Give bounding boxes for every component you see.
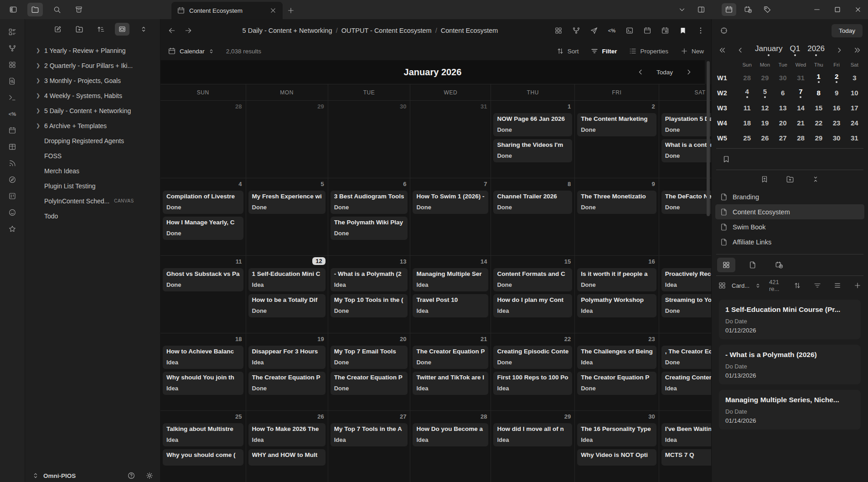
calendar-today-button[interactable]: Today: [656, 69, 673, 76]
calendar-event-card[interactable]: - What is a Polymath (2Idea: [331, 268, 408, 291]
next-year-icon[interactable]: [853, 46, 862, 54]
day-cell[interactable]: 13- What is a Polymath (2IdeaMy Top 10 T…: [328, 256, 411, 333]
calendar-event-card[interactable]: How did I move all of nIdea: [493, 423, 572, 446]
graph-view-icon[interactable]: [572, 26, 580, 35]
calendar-event-card[interactable]: How to Achieve BalancIdea: [163, 346, 243, 369]
calendar-event-card[interactable]: How to be a Totally DifDone: [248, 294, 326, 317]
tab-list-chevron-icon[interactable]: [674, 3, 690, 16]
calendar-event-card[interactable]: Disappear For 3 HoursIdea: [248, 346, 326, 369]
minical-day[interactable]: 29: [756, 70, 774, 85]
minical-month[interactable]: January: [755, 44, 782, 53]
sidebar-item[interactable]: Todo: [25, 208, 160, 223]
workspace-switcher[interactable]: Omni-PIOS: [25, 469, 160, 482]
day-cell[interactable]: 30: [328, 101, 411, 178]
minical-day[interactable]: 18: [738, 115, 756, 130]
panel-toggle-icon[interactable]: [5, 3, 21, 16]
calendar-event-card[interactable]: NOW Page 66 Jan 2026Done: [493, 113, 572, 136]
day-cell[interactable]: 23The Challenges of BeingIdeaThe Creator…: [575, 333, 659, 411]
help-icon[interactable]: [127, 472, 135, 480]
minical-day[interactable]: 28: [738, 70, 756, 85]
prev-month-small-icon[interactable]: [736, 46, 744, 54]
add-bookmark-folder-icon[interactable]: [786, 175, 794, 183]
calendar-event-card[interactable]: 3 Best Audiogram ToolsDone: [331, 191, 408, 214]
minical-day[interactable]: 8: [810, 85, 827, 100]
sidebar-item[interactable]: FOSS: [25, 148, 160, 163]
minical-day[interactable]: 28: [792, 130, 810, 145]
template-icon[interactable]: <%: [608, 26, 616, 35]
day-cell[interactable]: 29How did I move all of nIdea: [491, 411, 575, 482]
reminder-panel-tab[interactable]: [770, 258, 788, 272]
compass-icon[interactable]: [7, 175, 18, 184]
calendar-event-card[interactable]: WHY and HOW to Mult: [248, 449, 326, 466]
day-cell[interactable]: 7How To Swim 1 (2026) -Done: [410, 178, 491, 256]
minical-day[interactable]: 30: [774, 70, 792, 85]
minical-day[interactable]: 31: [846, 130, 863, 145]
day-cell[interactable]: 26How To Make 2026 TheIdeaWHY and HOW to…: [246, 411, 328, 482]
doc-calendar-icon[interactable]: [643, 26, 651, 35]
table-icon[interactable]: [7, 142, 18, 151]
calendar-event-card[interactable]: Why should You join thIdea: [163, 372, 243, 395]
calendar-event-card[interactable]: Twitter and TikTok are IIdea: [413, 372, 488, 395]
day-cell[interactable]: 11Ghost vs Substack vs PaDone: [160, 256, 246, 333]
collapse-all-icon[interactable]: [811, 175, 820, 183]
window-maximize-button[interactable]: [827, 0, 847, 19]
calendar-scrollbar[interactable]: [707, 61, 710, 216]
minical-day[interactable]: 23: [827, 115, 845, 130]
calendar-event-card[interactable]: Content Formats and CDone: [493, 268, 572, 291]
breadcrumb-segment[interactable]: 5 Daily - Content + Networking: [243, 27, 332, 34]
minical-day[interactable]: 4: [738, 85, 756, 100]
sort-button[interactable]: Sort: [556, 47, 579, 55]
calendar-event-card[interactable]: The Creator Equation PDone: [577, 372, 656, 395]
day-cell[interactable]: 19Disappear For 3 HoursIdeaThe Creator E…: [246, 333, 328, 411]
minical-title[interactable]: January Q1 2026: [744, 44, 835, 56]
day-cell[interactable]: 63 Best Audiogram ToolsDoneThe Polymath …: [328, 178, 411, 256]
prev-month-icon[interactable]: [636, 68, 645, 76]
calendar-event-card[interactable]: The Content MarketingDone: [577, 113, 656, 136]
calendar-event-card[interactable]: The 16 Personality TypeIdea: [577, 423, 656, 446]
next-month-icon[interactable]: [685, 68, 693, 76]
minical-day[interactable]: 30: [827, 130, 845, 145]
week-label[interactable]: W4: [717, 115, 738, 130]
filter-button[interactable]: Filter: [590, 47, 617, 55]
prev-year-icon[interactable]: [718, 46, 726, 54]
star-icon[interactable]: [7, 224, 18, 233]
calendar-event-card[interactable]: How To Swim 1 (2026) -Done: [413, 191, 488, 214]
properties-button[interactable]: Properties: [629, 47, 668, 55]
calendar-event-card[interactable]: Channel Trailer 2026Done: [493, 191, 572, 214]
calendar-event-card[interactable]: The Three MonetizatioDone: [577, 191, 656, 214]
minical-day[interactable]: 11: [738, 100, 756, 115]
window-minimize-button[interactable]: [806, 0, 827, 19]
calendar-event-card[interactable]: Talking about MultistreIdea: [163, 423, 243, 446]
day-cell[interactable]: 16Is it worth it if people aDonePolymath…: [575, 256, 659, 333]
minical-day[interactable]: 20: [774, 115, 792, 130]
minical-day[interactable]: 1: [810, 70, 827, 85]
minical-day[interactable]: 24: [846, 115, 863, 130]
focus-doc-icon[interactable]: [115, 23, 129, 36]
calendar-event-card[interactable]: My Fresh Experience wiDone: [248, 191, 326, 214]
next-month-small-icon[interactable]: [835, 46, 843, 54]
focus-today-icon[interactable]: [720, 26, 728, 35]
console-icon[interactable]: [625, 26, 634, 35]
doc-tree-icon[interactable]: [7, 27, 18, 36]
day-cell[interactable]: 25Talking about MultistreIdeaWhy you sho…: [160, 411, 246, 482]
bookmark-item[interactable]: Swim Book: [715, 219, 864, 234]
vcs-graph-icon[interactable]: [7, 44, 18, 52]
minical-day[interactable]: 12: [756, 100, 774, 115]
view-stepper-icon[interactable]: [755, 283, 761, 289]
sidebar-item[interactable]: ❯4 Weekly - Systems, Habits: [25, 88, 160, 103]
sidebar-item[interactable]: ❯5 Daily - Content + Networking: [25, 103, 160, 118]
calendar-icon[interactable]: [7, 126, 18, 135]
minical-day[interactable]: 31: [792, 70, 810, 85]
rss-icon[interactable]: [7, 159, 18, 167]
calendar-event-card[interactable]: Why you should come (: [163, 449, 243, 466]
day-cell[interactable]: 20My Top 7 Email ToolsDoneThe Creator Eq…: [328, 333, 411, 411]
split-view-icon[interactable]: [693, 3, 709, 16]
kanban-icon[interactable]: [7, 192, 18, 200]
calendar-event-card[interactable]: My Top 10 Tools in the (Done: [331, 294, 408, 317]
bookmark-filled-icon[interactable]: [679, 26, 687, 35]
calendar-event-card[interactable]: Polymathy WorkshopIdea: [577, 294, 656, 317]
sidebar-item[interactable]: Plugin List Testing: [25, 178, 160, 193]
calendar-event-card[interactable]: Compilation of LivestreDone: [163, 191, 243, 214]
calendar-event-card[interactable]: The Creator Equation PDone: [248, 372, 326, 395]
sort-docs-icon[interactable]: [93, 23, 108, 36]
